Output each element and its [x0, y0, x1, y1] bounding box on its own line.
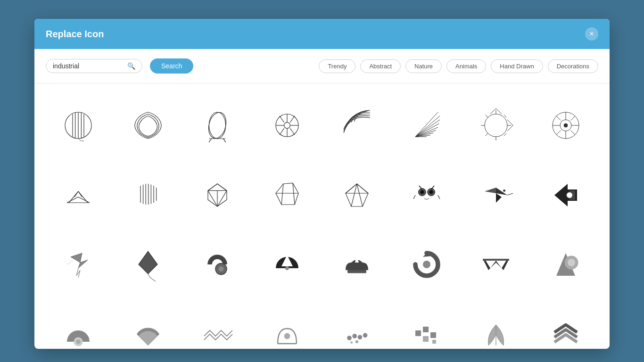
- list-item[interactable]: [116, 302, 181, 349]
- list-item[interactable]: [255, 232, 320, 297]
- search-button[interactable]: Search: [150, 58, 193, 74]
- list-item[interactable]: [394, 232, 459, 297]
- svg-point-97: [568, 259, 575, 266]
- list-item[interactable]: [324, 93, 389, 158]
- svg-line-41: [571, 130, 576, 135]
- list-item[interactable]: [185, 163, 250, 228]
- svg-point-88: [285, 266, 289, 270]
- modal-title: Replace Icon: [46, 29, 104, 40]
- list-item[interactable]: [533, 232, 598, 297]
- svg-rect-90: [347, 270, 366, 273]
- svg-line-54: [217, 184, 227, 190]
- svg-marker-58: [276, 183, 298, 205]
- svg-line-56: [217, 190, 227, 206]
- filter-nature[interactable]: Nature: [405, 59, 442, 73]
- list-item[interactable]: [324, 302, 389, 349]
- svg-line-26: [486, 133, 488, 136]
- replace-icon-modal: Replace Icon × 🔍 Search Trendy Abstract …: [34, 19, 610, 349]
- svg-point-76: [504, 189, 506, 192]
- svg-rect-108: [415, 330, 421, 336]
- svg-marker-89: [355, 255, 359, 263]
- filter-tags: Trendy Abstract Nature Animals Hand Draw…: [319, 59, 598, 73]
- list-item[interactable]: [116, 232, 181, 297]
- filter-animals[interactable]: Animals: [446, 59, 486, 73]
- search-icon: 🔍: [127, 62, 135, 70]
- svg-line-38: [556, 116, 561, 121]
- list-item[interactable]: [46, 163, 111, 228]
- svg-point-86: [219, 266, 224, 272]
- svg-line-39: [571, 116, 576, 121]
- svg-marker-73: [496, 188, 507, 195]
- list-item[interactable]: [533, 163, 598, 228]
- svg-point-105: [363, 333, 368, 338]
- list-item[interactable]: [533, 302, 598, 349]
- list-item[interactable]: [464, 93, 529, 158]
- list-item[interactable]: [46, 302, 111, 349]
- svg-line-40: [556, 130, 561, 135]
- svg-line-16: [290, 116, 295, 123]
- svg-line-66: [346, 184, 357, 193]
- close-button[interactable]: ×: [585, 27, 598, 41]
- svg-line-24: [486, 115, 488, 117]
- svg-line-27: [504, 133, 507, 136]
- svg-point-106: [355, 340, 358, 343]
- list-item[interactable]: [255, 93, 320, 158]
- list-item[interactable]: [185, 93, 250, 158]
- toolbar: 🔍 Search Trendy Abstract Nature Animals …: [34, 49, 610, 83]
- svg-point-72: [429, 190, 433, 194]
- svg-line-55: [208, 190, 217, 206]
- svg-point-103: [352, 334, 357, 338]
- svg-point-92: [423, 261, 430, 268]
- svg-rect-109: [423, 327, 429, 332]
- svg-point-71: [420, 190, 424, 194]
- svg-marker-74: [485, 188, 496, 193]
- list-item[interactable]: [533, 93, 598, 158]
- svg-point-104: [357, 335, 362, 340]
- svg-line-59: [281, 184, 283, 205]
- filter-trendy[interactable]: Trendy: [319, 59, 355, 73]
- svg-line-18: [290, 128, 295, 135]
- svg-point-10: [284, 122, 290, 128]
- svg-line-77: [507, 193, 513, 195]
- svg-line-17: [280, 128, 284, 135]
- svg-line-30: [507, 120, 513, 125]
- list-item[interactable]: [464, 163, 529, 228]
- list-item[interactable]: [46, 232, 111, 297]
- svg-line-28: [496, 108, 502, 114]
- icon-grid-container: [34, 83, 610, 349]
- svg-point-42: [564, 123, 568, 127]
- list-item[interactable]: [185, 232, 250, 297]
- filter-abstract[interactable]: Abstract: [360, 59, 401, 73]
- list-item[interactable]: [46, 93, 111, 158]
- list-item[interactable]: [394, 163, 459, 228]
- list-item[interactable]: [394, 93, 459, 158]
- list-item[interactable]: [185, 302, 250, 349]
- filter-decorations[interactable]: Decorations: [548, 59, 598, 73]
- list-item[interactable]: [324, 163, 389, 228]
- svg-point-6: [209, 112, 226, 139]
- list-item[interactable]: [464, 302, 529, 349]
- svg-marker-81: [71, 253, 88, 268]
- svg-line-31: [507, 125, 513, 131]
- list-item[interactable]: [464, 232, 529, 297]
- svg-point-102: [347, 336, 352, 340]
- list-item[interactable]: [255, 302, 320, 349]
- search-wrapper: 🔍: [46, 59, 142, 73]
- svg-marker-82: [139, 251, 157, 274]
- list-item[interactable]: [116, 93, 181, 158]
- modal-header: Replace Icon ×: [34, 19, 610, 49]
- list-item[interactable]: [394, 302, 459, 349]
- svg-rect-110: [423, 336, 429, 342]
- svg-line-64: [357, 184, 363, 206]
- svg-line-53: [208, 184, 217, 190]
- svg-line-67: [357, 184, 368, 193]
- svg-point-107: [350, 341, 353, 344]
- list-item[interactable]: [324, 232, 389, 297]
- search-input[interactable]: [53, 62, 124, 70]
- svg-line-25: [504, 115, 507, 117]
- icon-grid: [46, 93, 598, 349]
- svg-point-100: [284, 333, 290, 339]
- list-item[interactable]: [255, 163, 320, 228]
- list-item[interactable]: [116, 163, 181, 228]
- filter-hand-drawn[interactable]: Hand Drawn: [491, 59, 543, 73]
